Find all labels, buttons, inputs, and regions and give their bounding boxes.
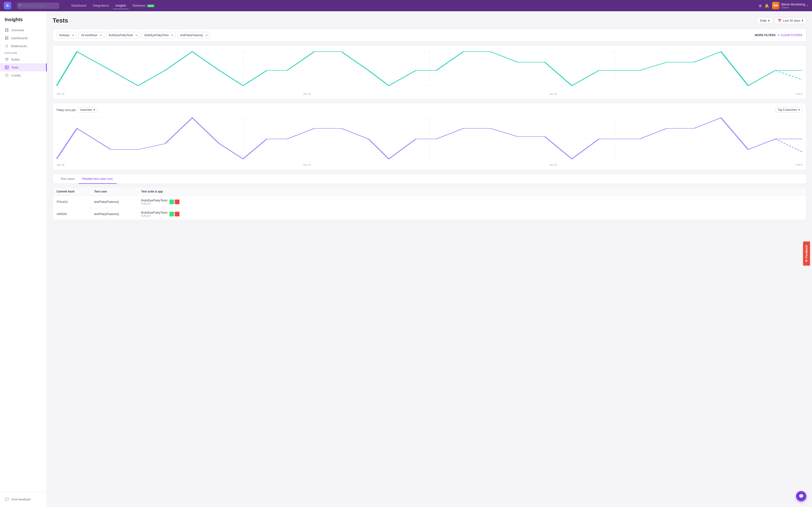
flaky-chart-x-labels: Jan 16 Jan 23 Jan 31 Feb 8 <box>57 162 802 166</box>
sidebar: Insights Overview Dashboards Bottlenecks… <box>0 11 47 507</box>
topnav-right: ⊕ 🔔 BM Bitrise-Monitoring Owner ▾ <box>759 2 808 9</box>
svg-rect-4 <box>5 36 8 37</box>
test-suite-1-filter[interactable]: BullsEyeFlakyTests <box>106 32 140 39</box>
table-row: f74ca14 testFlakyFeature() BullsEyeFlaky… <box>53 196 806 208</box>
nav-releases[interactable]: Releases NEW <box>130 2 157 9</box>
nav-dashboard[interactable]: Dashboard <box>68 2 89 9</box>
sidebar-item-tests[interactable]: Tests <box>0 63 47 71</box>
svg-rect-0 <box>5 29 7 30</box>
app-filter[interactable]: bullseye <box>57 32 77 39</box>
tabs: Test cases Related test case runs <box>53 174 806 184</box>
workflow-filter[interactable]: All workflows <box>79 32 104 39</box>
close-icon: ✕ <box>777 34 780 37</box>
col-commit: Commit hash <box>57 190 94 193</box>
notifications-icon[interactable]: 🔔 <box>765 3 769 8</box>
chevron-icon: ▾ <box>94 108 95 111</box>
test-case-filter[interactable]: testFlakyFeature() <box>177 32 210 39</box>
app-icon-red <box>175 200 180 204</box>
more-filters-button[interactable]: MORE FILTERS <box>755 34 775 37</box>
grid-icon <box>5 28 9 32</box>
chart-1-card: 2 1 0 Jan 16 Jan 23 Jan 31 Feb 8 <box>53 45 806 99</box>
user-info: Bitrise-Monitoring Owner <box>781 3 805 9</box>
calendar-icon: 📅 <box>778 19 781 22</box>
nav-integrations[interactable]: Integrations <box>90 2 112 9</box>
tab-test-cases[interactable]: Test cases <box>57 174 79 184</box>
tests-icon <box>5 65 9 69</box>
dashboard-icon <box>5 36 9 40</box>
suite-name: BullsEyeFlakyTests <box>141 211 167 214</box>
svg-point-13 <box>5 74 8 77</box>
sidebar-item-dashboards-label: Dashboards <box>11 36 28 40</box>
sidebar-item-builds[interactable]: Builds <box>0 55 47 63</box>
sidebar-item-bottlenecks[interactable]: Bottlenecks <box>0 42 47 50</box>
suite-cell: BullsEyeFlakyTests bullseye <box>141 199 802 205</box>
svg-rect-6 <box>7 38 8 39</box>
builds-icon <box>5 57 9 61</box>
flaky-header: Flaky runs per branches ▾ Top 5 branches… <box>57 107 802 113</box>
svg-rect-14 <box>5 498 8 500</box>
sidebar-give-feedback[interactable]: Give feedback <box>0 495 47 503</box>
top-branches-select[interactable]: Top 5 branches ▾ <box>775 107 802 113</box>
sidebar-item-dashboards[interactable]: Dashboards <box>0 34 47 42</box>
chat-button[interactable]: 💬 <box>796 491 806 501</box>
chat-icon: 💬 <box>799 494 804 499</box>
topnav-links: Dashboard Integrations Insights Releases… <box>68 2 753 9</box>
col-testcase: Test case <box>94 190 141 193</box>
app-icon-group <box>169 212 180 216</box>
flaky-chart-svg: 4 2 0 <box>57 115 802 161</box>
sidebar-item-credits[interactable]: Credits <box>0 71 47 79</box>
date-range-select[interactable]: 📅 Last 30 days ▾ <box>775 17 806 24</box>
user-menu[interactable]: BM Bitrise-Monitoring Owner ▾ <box>772 2 808 9</box>
x-label: Jan 16 <box>57 163 64 166</box>
suite-app: bullseye <box>141 202 167 205</box>
x-label: Feb 8 <box>796 93 802 95</box>
logo[interactable]: B <box>4 2 11 9</box>
sidebar-item-overview-label: Overview <box>11 29 24 32</box>
search-input[interactable] <box>17 3 59 9</box>
user-role: Owner <box>781 6 805 9</box>
test-suite-2-filter[interactable]: BullsEyeFlakyTests <box>142 32 176 39</box>
explore-label: EXPLORE <box>0 50 47 55</box>
svg-rect-5 <box>5 38 7 40</box>
suite-info: BullsEyeFlakyTests bullseye <box>141 199 167 205</box>
commit-hash: f74ca14 <box>57 200 94 204</box>
lightbulb-icon <box>5 44 9 48</box>
x-label: Jan 31 <box>549 93 557 95</box>
feedback-tab[interactable]: ✉ Feedback <box>803 241 810 266</box>
give-feedback-label: Give feedback <box>11 498 31 501</box>
sidebar-item-overview[interactable]: Overview <box>0 26 47 34</box>
sidebar-bottom: Give feedback <box>0 492 47 503</box>
x-label: Jan 23 <box>303 93 311 95</box>
svg-rect-11 <box>5 60 8 61</box>
suite-app: bullseye <box>141 214 167 217</box>
clear-filters-button[interactable]: ✕ CLEAR FILTERS <box>777 34 802 37</box>
header-controls: Daily ▾ 📅 Last 30 days ▾ <box>757 17 806 24</box>
x-label: Jan 23 <box>303 163 311 166</box>
nav-insights[interactable]: Insights <box>113 2 129 9</box>
search-wrap: 🔍 <box>17 3 59 9</box>
groupby-select[interactable]: branches ▾ <box>78 107 97 113</box>
chevron-icon: ▾ <box>798 108 800 111</box>
layout: Insights Overview Dashboards Bottlenecks… <box>0 11 812 507</box>
suite-name: BullsEyeFlakyTests <box>141 199 167 202</box>
topnav: B 🔍 Dashboard Integrations Insights Rele… <box>0 0 812 11</box>
daily-select[interactable]: Daily ▾ <box>757 17 773 24</box>
flaky-header-left: Flaky runs per branches ▾ <box>57 107 98 113</box>
app-icon-green <box>169 212 174 216</box>
add-icon[interactable]: ⊕ <box>759 3 762 8</box>
sidebar-item-builds-label: Builds <box>11 58 19 61</box>
chart-1-x-labels: Jan 16 Jan 23 Jan 31 Feb 8 <box>57 92 802 95</box>
svg-rect-10 <box>5 59 8 60</box>
col-suite: Test suite & app <box>141 190 802 193</box>
tab-related-runs[interactable]: Related test case runs <box>79 174 116 184</box>
main-content: Tests Daily ▾ 📅 Last 30 days ▾ bullseye … <box>47 11 812 507</box>
table-header: Commit hash Test case Test suite & app <box>53 187 806 196</box>
svg-rect-2 <box>5 30 7 32</box>
svg-rect-3 <box>7 30 8 32</box>
chart-1-svg: 2 1 0 <box>57 49 802 87</box>
sidebar-title: Insights <box>0 15 47 26</box>
username: Bitrise-Monitoring <box>781 3 805 6</box>
table-wrap: Commit hash Test case Test suite & app f… <box>53 187 806 220</box>
page-title: Tests <box>53 17 68 24</box>
x-label: Jan 31 <box>549 163 557 166</box>
